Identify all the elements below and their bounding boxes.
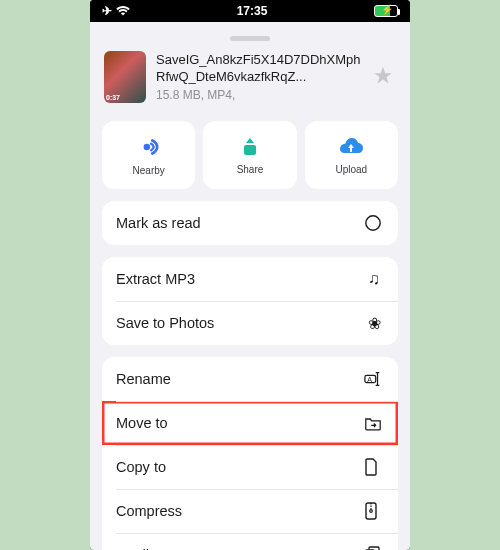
action-group-1: Mark as read	[102, 201, 398, 245]
upload-icon	[337, 135, 365, 159]
file-header: 0:37 SaveIG_An8kzFi5X14D7DDhXMphRfwQ_Dte…	[90, 51, 410, 121]
clock: 17:35	[237, 4, 268, 18]
nearby-label: Nearby	[133, 165, 165, 176]
action-sheet: 0:37 SaveIG_An8kzFi5X14D7DDhXMphRfwQ_Dte…	[90, 30, 410, 550]
svg-rect-8	[366, 503, 376, 519]
nearby-icon	[136, 134, 162, 160]
svg-point-2	[366, 216, 380, 230]
file-meta: 15.8 MB, MP4,	[156, 88, 362, 102]
share-row: Nearby Share Upload	[90, 121, 410, 201]
copy-to-row[interactable]: Copy to	[102, 445, 398, 489]
circle-icon	[364, 214, 384, 232]
svg-text:A: A	[367, 375, 372, 384]
wifi-icon	[116, 6, 130, 16]
svg-point-10	[370, 510, 373, 513]
share-label: Share	[237, 164, 264, 175]
battery-icon: ⚡	[374, 5, 398, 17]
rename-row[interactable]: Rename A	[102, 357, 398, 401]
rename-icon: A	[364, 372, 384, 386]
svg-point-0	[143, 144, 150, 151]
duplicate-row[interactable]: Duplicate	[102, 533, 398, 550]
share-icon	[238, 135, 262, 159]
file-name: SaveIG_An8kzFi5X14D7DDhXMphRfwQ_DteM6vka…	[156, 52, 362, 86]
save-to-photos-row[interactable]: Save to Photos ❀	[102, 301, 398, 345]
document-icon	[364, 458, 384, 476]
svg-rect-1	[244, 145, 256, 155]
phone-frame: ✈ 17:35 ⚡ 0:37 SaveIG_An8kzFi5X14D7DDhXM…	[90, 0, 410, 550]
upload-button[interactable]: Upload	[305, 121, 398, 189]
video-duration: 0:37	[106, 94, 120, 101]
sheet-grabber[interactable]	[230, 36, 270, 41]
photos-flower-icon: ❀	[364, 314, 384, 333]
compress-row[interactable]: Compress	[102, 489, 398, 533]
share-button[interactable]: Share	[203, 121, 296, 189]
action-group-3: Rename A Move to Copy to Compress Duplic…	[102, 357, 398, 550]
video-thumbnail[interactable]: 0:37	[104, 51, 146, 103]
zip-icon	[364, 502, 384, 520]
nearby-button[interactable]: Nearby	[102, 121, 195, 189]
move-to-row[interactable]: Move to	[102, 401, 398, 445]
mark-as-read-row[interactable]: Mark as read	[102, 201, 398, 245]
airplane-mode-icon: ✈	[102, 4, 112, 18]
duplicate-icon	[364, 546, 384, 550]
favorite-star-icon[interactable]	[372, 65, 396, 89]
music-note-icon: ♫	[364, 270, 384, 288]
status-bar: ✈ 17:35 ⚡	[90, 0, 410, 22]
upload-label: Upload	[335, 164, 367, 175]
action-group-2: Extract MP3 ♫ Save to Photos ❀	[102, 257, 398, 345]
extract-mp3-row[interactable]: Extract MP3 ♫	[102, 257, 398, 301]
folder-arrow-icon	[364, 416, 384, 431]
